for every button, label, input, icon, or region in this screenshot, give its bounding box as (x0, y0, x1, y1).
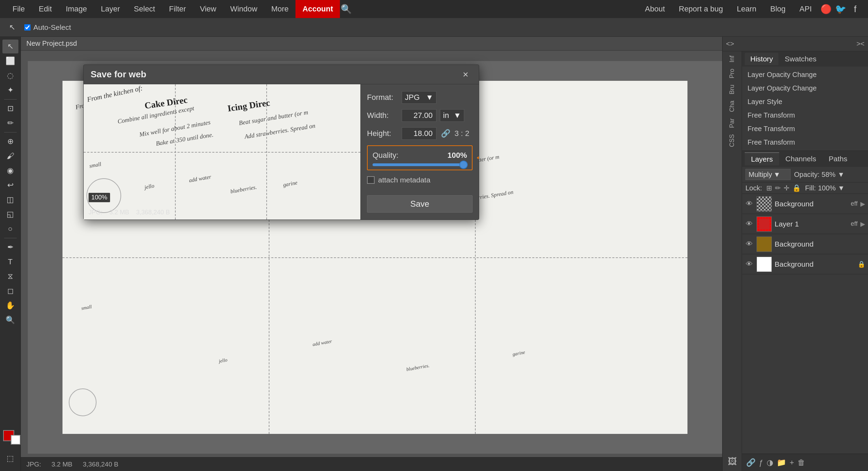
menu-more[interactable]: More (264, 0, 295, 18)
menu-blog[interactable]: Blog (763, 0, 792, 18)
tool-eyedropper[interactable]: ✏ (2, 116, 18, 130)
history-item-4[interactable]: Free Transform (742, 122, 868, 136)
tool-text[interactable]: T (2, 255, 18, 269)
layer-item-0[interactable]: 👁 Background eff ▶ (742, 194, 868, 214)
tool-marquee[interactable]: ⬜ (2, 54, 18, 68)
width-input[interactable] (402, 109, 436, 122)
layer-item-1[interactable]: 👁 Layer 1 eff ▶ (742, 214, 868, 234)
history-item-0[interactable]: Layer Opacity Change (742, 68, 868, 82)
quality-slider-track[interactable] (373, 163, 467, 166)
metadata-checkbox[interactable] (367, 176, 375, 184)
tool-stamp[interactable]: ◉ (2, 164, 18, 178)
height-label: Height: (367, 129, 398, 138)
layer-0-visibility-icon[interactable]: 👁 (745, 200, 754, 208)
tool-select[interactable]: ↖ (2, 40, 18, 53)
tool-eraser[interactable]: ◫ (2, 193, 18, 207)
mask-icon[interactable]: ◑ (767, 458, 773, 467)
lock-move-icon[interactable]: ✛ (784, 184, 790, 192)
history-item-5[interactable]: Free Transform (742, 136, 868, 149)
tool-hand[interactable]: ✋ (2, 299, 18, 312)
side-label-cha[interactable]: Cha (727, 98, 737, 115)
history-item-1[interactable]: Layer Opacity Change (742, 82, 868, 95)
tool-zoom[interactable]: 🔍 (2, 313, 18, 327)
tab-layers[interactable]: Layers (745, 152, 779, 165)
panel-collapse-left-icon[interactable]: <> (726, 40, 734, 48)
tool-shape[interactable]: ◻ (2, 284, 18, 298)
tab-channels[interactable]: Channels (779, 153, 823, 165)
dialog-close-button[interactable]: × (459, 68, 472, 81)
tool-history-brush[interactable]: ↩ (2, 178, 18, 192)
new-group-icon[interactable]: 📁 (777, 458, 786, 467)
menu-image[interactable]: Image (59, 0, 94, 18)
layer-0-name: Background (775, 200, 848, 208)
history-item-3[interactable]: Free Transform (742, 109, 868, 122)
auto-select-label: Auto-Select (24, 23, 71, 32)
layer-1-visibility-icon[interactable]: 👁 (745, 220, 754, 228)
lock-checkerboard-icon[interactable]: ⊞ (766, 184, 772, 192)
blend-mode-select[interactable]: Multiply ▼ (745, 169, 791, 180)
layer-item-2[interactable]: 👁 Background (742, 234, 868, 254)
side-label-inf[interactable]: Inf (727, 53, 737, 65)
tool-crop[interactable]: ⊡ (2, 102, 18, 115)
menu-account[interactable]: Account (295, 0, 340, 18)
layer-2-thumbnail (757, 237, 772, 252)
height-input[interactable] (402, 127, 436, 140)
menu-about[interactable]: About (638, 0, 672, 18)
tool-lasso[interactable]: ◌ (2, 69, 18, 83)
side-label-bru[interactable]: Bru (727, 82, 737, 97)
facebook-icon[interactable]: f (848, 2, 862, 16)
menu-api[interactable]: API (793, 0, 819, 18)
new-layer-icon[interactable]: + (790, 458, 794, 467)
tab-paths[interactable]: Paths (823, 153, 854, 165)
menu-layer[interactable]: Layer (94, 0, 127, 18)
quality-section: Quality: 100% (367, 145, 473, 170)
tab-history[interactable]: History (745, 53, 778, 65)
panel-collapse-right-icon[interactable]: >< (857, 40, 865, 48)
width-unit-select[interactable]: in ▼ (440, 109, 464, 122)
reddit-icon[interactable]: 🔴 (819, 2, 833, 16)
menu-filter[interactable]: Filter (162, 0, 193, 18)
move-tool-btn[interactable]: ↖ (4, 20, 20, 34)
menu-view[interactable]: View (193, 0, 223, 18)
twitter-icon[interactable]: 🐦 (833, 2, 848, 16)
lock-brush-icon[interactable]: ✏ (775, 184, 781, 192)
menu-file[interactable]: File (6, 0, 32, 18)
save-button[interactable]: Save (367, 195, 473, 213)
format-select[interactable]: JPG ▼ (402, 91, 436, 104)
link-dimensions-icon[interactable]: 🔗 (440, 128, 451, 139)
tool-healing[interactable]: ⊕ (2, 135, 18, 148)
layer-1-eff: eff (851, 220, 858, 228)
layer-item-3[interactable]: 👁 Background 🔒 (742, 254, 868, 274)
layer-1-expand-icon[interactable]: ▶ (860, 220, 865, 228)
auto-select-checkbox[interactable] (24, 24, 31, 31)
search-button[interactable]: 🔍 (340, 3, 352, 15)
layer-0-expand-icon[interactable]: ▶ (860, 200, 865, 208)
layer-2-visibility-icon[interactable]: 👁 (745, 240, 754, 248)
image-panel-icon[interactable]: 🖼 (726, 453, 738, 470)
tool-path[interactable]: ⧖ (2, 269, 18, 283)
tool-pen[interactable]: ✒ (2, 240, 18, 254)
menu-report-bug[interactable]: Report a bug (672, 0, 730, 18)
tool-dodge[interactable]: ○ (2, 222, 18, 236)
menu-window[interactable]: Window (223, 0, 264, 18)
background-color[interactable] (11, 435, 20, 445)
menu-select[interactable]: Select (127, 0, 162, 18)
link-layers-icon[interactable]: 🔗 (746, 458, 756, 467)
tab-swatches[interactable]: Swatches (779, 53, 822, 65)
delete-layer-icon[interactable]: 🗑 (798, 458, 805, 467)
side-label-css[interactable]: CSS (727, 131, 737, 150)
tool-magic-wand[interactable]: ✦ (2, 83, 18, 97)
side-label-par[interactable]: Par (727, 115, 737, 131)
tool-brush[interactable]: 🖌 (2, 149, 18, 163)
history-item-2[interactable]: Layer Style (742, 95, 868, 109)
menu-learn[interactable]: Learn (730, 0, 763, 18)
quality-slider-thumb[interactable] (459, 161, 468, 169)
quick-mask-btn[interactable]: ⬚ (2, 452, 18, 465)
dialog-file-size2: 3,368,240 B (136, 209, 170, 216)
tool-gradient[interactable]: ◱ (2, 207, 18, 221)
effects-icon[interactable]: ƒ (759, 458, 763, 467)
menu-edit[interactable]: Edit (32, 0, 59, 18)
layer-3-visibility-icon[interactable]: 👁 (745, 260, 754, 268)
side-label-pro[interactable]: Pro (727, 66, 737, 81)
lock-all-icon[interactable]: 🔒 (792, 184, 801, 192)
